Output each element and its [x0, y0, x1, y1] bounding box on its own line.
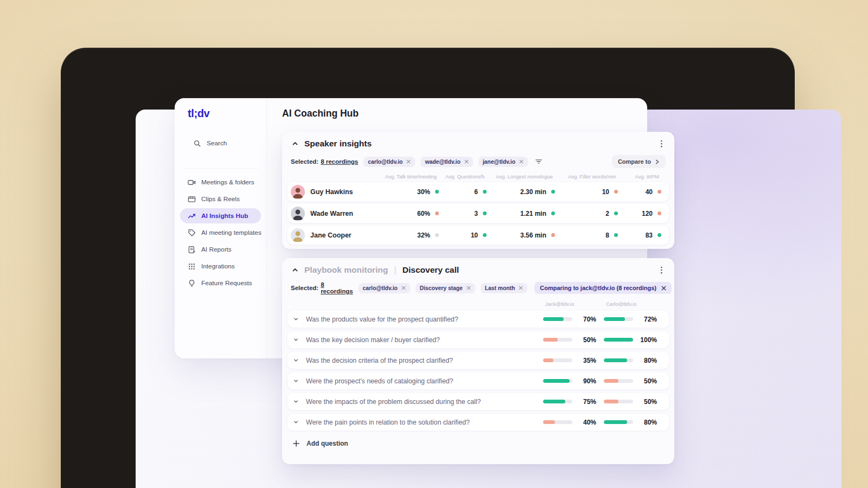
column-header-jack: Jack@tldv.io — [543, 301, 598, 307]
question-row[interactable]: Was the decision criteria of the prospec… — [288, 352, 669, 369]
collapse-chevron-up-icon[interactable] — [291, 266, 299, 274]
question-row[interactable]: Were the impacts of the problem discusse… — [288, 393, 669, 410]
sidebar: tl;dv Search Meetings & folders Clips & … — [175, 98, 267, 358]
chip-label: Discovery stage — [420, 285, 463, 291]
sidebar-item-label: AI Reports — [201, 246, 232, 253]
close-icon[interactable] — [519, 286, 523, 290]
search-label: Search — [207, 139, 227, 147]
close-icon[interactable] — [661, 286, 666, 291]
sidebar-item-ai-reports[interactable]: AI Reports — [180, 242, 261, 257]
sidebar-item-ai-insights-hub[interactable]: AI Insights Hub — [180, 208, 261, 223]
add-question-button[interactable]: Add question — [288, 436, 669, 451]
filter-chip-wade[interactable]: wade@tldv.io — [420, 157, 473, 167]
kebab-menu-icon[interactable]: ⋮ — [658, 266, 666, 274]
question-text: Was the decision criteria of the prospec… — [306, 357, 538, 364]
status-dot — [435, 190, 439, 194]
close-icon[interactable] — [467, 286, 471, 290]
search-input[interactable]: Search — [186, 136, 256, 151]
chevron-down-icon[interactable] — [293, 399, 299, 404]
sidebar-item-ai-meeting-templates[interactable]: AI meeting templates — [180, 225, 261, 240]
trend-line-icon — [188, 212, 196, 220]
filter-chip-last-month[interactable]: Last month — [481, 283, 528, 293]
speaker-row-wade-warren[interactable]: Wade Warren 60% 3 1.21 min 2 120 — [288, 204, 669, 223]
question-text: Were the pain points in relation to the … — [306, 419, 538, 426]
selected-recordings-link[interactable]: 8 recordings — [321, 158, 358, 165]
chevron-down-icon[interactable] — [293, 419, 299, 425]
column-header-carlo: Carlo@tldv.io — [604, 301, 661, 307]
progress-bar — [543, 420, 572, 424]
speaker-row-guy-hawkins[interactable]: Guy Hawkins 30% 6 2.30 min 10 40 — [288, 182, 669, 201]
speaker-table-header: Avg. Talk time/meeting Avg. Questions/h … — [282, 168, 674, 179]
speaker-insights-card: Speaker insights ⋮ Selected: 8 recording… — [282, 132, 674, 249]
sidebar-item-label: AI meeting templates — [201, 229, 261, 236]
status-dot — [614, 211, 618, 215]
avatar — [291, 207, 305, 221]
chevron-down-icon[interactable] — [293, 357, 299, 363]
lightbulb-icon — [188, 279, 196, 287]
status-dot — [483, 233, 487, 237]
progress-bar — [604, 379, 633, 383]
question-row[interactable]: Was the key decision maker / buyer clari… — [288, 331, 669, 348]
progress-bar — [604, 317, 633, 321]
filter-icon[interactable] — [535, 158, 542, 165]
chevron-down-icon[interactable] — [293, 378, 299, 384]
selected-label: Selected: — [291, 158, 318, 165]
search-icon — [193, 139, 201, 147]
close-icon[interactable] — [406, 159, 411, 164]
speaker-name: Jane Cooper — [310, 232, 352, 239]
tldv-logo: tl;dv — [188, 107, 209, 120]
chevron-down-icon[interactable] — [293, 337, 299, 343]
filter-chip-carlo[interactable]: carlo@tldv.io — [363, 157, 415, 167]
sidebar-item-label: AI Insights Hub — [201, 212, 248, 220]
sidebar-item-label: Integrations — [201, 262, 235, 270]
comparing-to-label: Comparing to jack@tldv.io (8 recordings) — [540, 285, 656, 291]
compare-to-button[interactable]: Compare to — [612, 155, 666, 168]
tag-icon — [188, 229, 196, 237]
speaker-row-jane-cooper[interactable]: Jane Cooper 32% 10 3.56 min 8 83 — [288, 226, 669, 245]
sidebar-item-meetings-folders[interactable]: Meetings & folders — [180, 175, 261, 190]
question-row[interactable]: Was the products value for the prospect … — [288, 311, 669, 328]
close-icon[interactable] — [519, 159, 524, 164]
sidebar-item-integrations[interactable]: Integrations — [180, 259, 261, 274]
close-icon[interactable] — [401, 286, 406, 290]
title-separator: | — [394, 265, 396, 274]
speaker-name: Guy Hawkins — [310, 188, 353, 196]
sidebar-item-feature-requests[interactable]: Feature Requests — [180, 275, 261, 291]
playbook-columns-header: Jack@tldv.io Carlo@tldv.io — [282, 294, 674, 307]
jack-score: 35% — [543, 357, 598, 364]
sidebar-nav: Meetings & folders Clips & Reels AI Insi… — [175, 173, 266, 291]
playbook-monitoring-card: Playbook monitoring | Discovery call ⋮ S… — [282, 258, 674, 464]
status-dot — [551, 211, 555, 215]
chevron-right-icon — [655, 159, 660, 164]
close-icon[interactable] — [464, 159, 469, 164]
status-dot — [483, 211, 487, 215]
collapse-chevron-up-icon[interactable] — [291, 139, 299, 148]
report-document-icon — [188, 246, 196, 254]
progress-bar — [604, 420, 633, 424]
filter-chip-jane[interactable]: jane@tldv.io — [478, 157, 528, 167]
carlo-score: 100% — [604, 336, 661, 344]
compare-to-label: Compare to — [618, 158, 651, 165]
question-row[interactable]: Were the prospect's needs of cataloging … — [288, 373, 669, 389]
selected-recordings-link[interactable]: 8 recordings — [321, 281, 353, 294]
speaker-name: Wade Warren — [310, 210, 353, 217]
comparing-to-chip[interactable]: Comparing to jack@tldv.io (8 recordings) — [534, 282, 672, 294]
progress-bar — [543, 400, 572, 403]
filter-chip-carlo[interactable]: carlo@tldv.io — [359, 283, 410, 293]
marketing-desktop: { "app": { "logo": "tl;dv", "title": "AI… — [0, 0, 868, 488]
carlo-score: 50% — [604, 398, 661, 406]
progress-bar — [543, 379, 572, 383]
carlo-score: 72% — [604, 316, 661, 323]
filter-chip-discovery-stage[interactable]: Discovery stage — [416, 283, 475, 293]
status-dot — [658, 190, 661, 194]
question-text: Were the impacts of the problem discusse… — [306, 398, 538, 406]
carlo-score: 80% — [604, 357, 661, 364]
chevron-down-icon[interactable] — [293, 316, 299, 322]
add-question-label: Add question — [307, 440, 348, 447]
question-row[interactable]: Were the pain points in relation to the … — [288, 414, 669, 431]
kebab-menu-icon[interactable]: ⋮ — [658, 140, 666, 147]
column-header: Avg. Talk time/meeting — [385, 174, 445, 179]
sidebar-item-clips-reels[interactable]: Clips & Reels — [180, 191, 261, 207]
jack-score: 50% — [543, 336, 598, 344]
chip-label: jane@tldv.io — [483, 159, 515, 165]
